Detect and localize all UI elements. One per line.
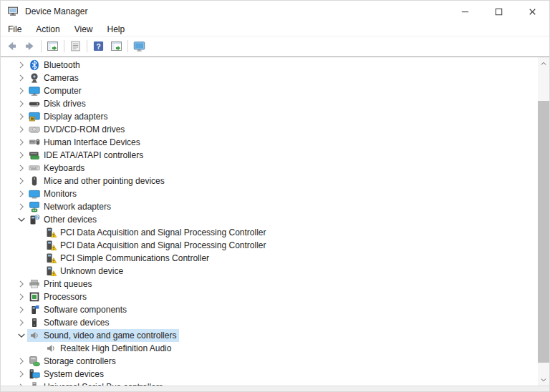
maximize-button[interactable] — [482, 1, 516, 22]
tree-item-software-devices[interactable]: Software devices — [1, 316, 538, 329]
tree-item-content[interactable]: Processors — [27, 290, 90, 303]
tree-item-content[interactable]: Software devices — [27, 316, 112, 329]
tree-item-content[interactable]: Mice and other pointing devices — [27, 175, 168, 187]
chevron-right-icon[interactable] — [16, 317, 27, 328]
chevron-right-icon[interactable] — [16, 188, 27, 200]
tree-item-content[interactable]: Disk drives — [27, 97, 89, 110]
menu-help[interactable]: Help — [106, 24, 127, 35]
menu-action[interactable]: Action — [34, 24, 61, 35]
chevron-right-icon[interactable] — [16, 59, 27, 71]
tree-item-system-devices[interactable]: System devices — [1, 368, 538, 381]
tree-item-print-queues[interactable]: Print queues — [1, 278, 538, 290]
tree-item-universal-serial-bus-controllers[interactable]: Universal Serial Bus controllers — [1, 381, 538, 386]
tree-item-storage-controllers[interactable]: Storage controllers — [1, 355, 538, 368]
action-pane-button[interactable] — [107, 38, 125, 54]
chevron-up-icon — [539, 59, 548, 68]
tree-item-pci-simple-communications-controller[interactable]: PCI Simple Communications Controller — [1, 252, 538, 265]
tree-item-display-adapters[interactable]: Display adapters — [1, 110, 538, 123]
chevron-right-icon[interactable] — [16, 368, 27, 380]
tree-item-ide-ata-atapi-controllers[interactable]: IDE ATA/ATAPI controllers — [1, 149, 538, 162]
chevron-right-icon[interactable] — [16, 137, 27, 148]
tree-item-content[interactable]: Software components — [27, 303, 130, 316]
tree-item-content[interactable]: System devices — [27, 368, 107, 381]
tree-item-sound-video-and-game-controllers[interactable]: Sound, video and game controllers — [1, 329, 538, 342]
tree-item-label: PCI Data Acquisition and Signal Processi… — [60, 240, 266, 250]
tree-item-content[interactable]: Computer — [27, 84, 85, 97]
tree-item-content[interactable]: Network adapters — [27, 200, 114, 213]
chevron-right-icon[interactable] — [16, 201, 27, 212]
tree-item-cameras[interactable]: Cameras — [1, 72, 538, 84]
tree-item-bluetooth[interactable]: Bluetooth — [1, 59, 538, 72]
tree-item-content[interactable]: Display adapters — [27, 110, 110, 123]
chevron-right-icon[interactable] — [16, 175, 27, 187]
tree-item-content[interactable]: Unknown device — [44, 265, 126, 278]
tree-item-content[interactable]: Keyboards — [27, 162, 87, 175]
tree-item-software-components[interactable]: Software components — [1, 303, 538, 316]
chevron-right-icon[interactable] — [16, 111, 27, 122]
chevron-right-icon[interactable] — [16, 124, 27, 135]
tree-item-network-adapters[interactable]: Network adapters — [1, 200, 538, 213]
tree-item-content[interactable]: PCI Data Acquisition and Signal Processi… — [44, 239, 269, 252]
tree-item-computer[interactable]: Computer — [1, 84, 538, 97]
chevron-right-icon[interactable] — [16, 162, 27, 174]
minimize-button[interactable] — [448, 1, 482, 22]
tree-item-content[interactable]: Bluetooth — [27, 59, 83, 72]
tree-item-content[interactable]: Monitors — [27, 187, 79, 200]
tree-item-content[interactable]: Cameras — [27, 72, 82, 84]
properties-button[interactable] — [67, 38, 85, 54]
tree-item-label: Monitors — [44, 189, 77, 199]
menu-view[interactable]: View — [73, 24, 95, 35]
chevron-right-icon[interactable] — [16, 150, 27, 161]
chevron-down-icon[interactable] — [16, 214, 27, 225]
tree-item-pci-data-acquisition-and-signal-processing-controller[interactable]: PCI Data Acquisition and Signal Processi… — [1, 226, 538, 239]
tree-item-content-selected[interactable]: Sound, video and game controllers — [27, 329, 179, 342]
back-button[interactable] — [3, 38, 21, 54]
tree-item-label: Software components — [44, 305, 127, 315]
tree-item-content[interactable]: DVD/CD-ROM drives — [27, 123, 127, 136]
tree-item-human-interface-devices[interactable]: Human Interface Devices — [1, 136, 538, 149]
tree-item-dvd-cd-rom-drives[interactable]: DVD/CD-ROM drives — [1, 123, 538, 136]
tree-item-label: System devices — [44, 369, 104, 379]
vertical-scrollbar[interactable] — [538, 57, 549, 386]
chevron-down-icon[interactable] — [16, 330, 27, 341]
help-button[interactable]: ? — [90, 38, 107, 54]
close-button[interactable] — [516, 1, 549, 22]
tree-item-content[interactable]: ?Other devices — [27, 213, 100, 226]
scrollbar-track[interactable] — [538, 69, 549, 373]
chevron-right-icon[interactable] — [16, 278, 27, 290]
chevron-right-icon[interactable] — [16, 356, 27, 367]
tree-item-content[interactable]: Storage controllers — [27, 355, 119, 368]
tree-item-mice-and-other-pointing-devices[interactable]: Mice and other pointing devices — [1, 175, 538, 187]
tree-item-content[interactable]: Realtek High Definition Audio — [44, 342, 174, 355]
show-hide-console-tree-button[interactable] — [44, 38, 62, 54]
tree-item-content[interactable]: Human Interface Devices — [27, 136, 143, 149]
tree-item-processors[interactable]: Processors — [1, 290, 538, 303]
tree-item-content[interactable]: IDE ATA/ATAPI controllers — [27, 149, 146, 162]
scroll-down-button[interactable] — [538, 373, 549, 386]
tree-item-realtek-high-definition-audio[interactable]: Realtek High Definition Audio — [1, 342, 538, 355]
properties-icon — [69, 40, 82, 52]
scroll-up-button[interactable] — [538, 57, 549, 69]
tree-item-content[interactable]: Print queues — [27, 278, 95, 290]
tree-item-keyboards[interactable]: Keyboards — [1, 162, 538, 175]
tree-item-content[interactable]: PCI Simple Communications Controller — [44, 252, 212, 265]
chevron-right-icon[interactable] — [16, 304, 27, 315]
chevron-down-icon — [539, 376, 548, 384]
scrollbar-thumb[interactable] — [538, 101, 549, 363]
chevron-right-icon[interactable] — [16, 72, 27, 84]
tree-item-content[interactable]: Universal Serial Bus controllers — [27, 381, 166, 386]
chevron-right-icon[interactable] — [16, 291, 27, 303]
computer-screen-icon — [133, 40, 145, 52]
tree-item-unknown-device[interactable]: Unknown device — [1, 265, 538, 278]
scan-for-hardware-changes-button[interactable] — [130, 38, 148, 54]
chevron-right-icon[interactable] — [16, 98, 27, 109]
menu-file[interactable]: File — [6, 24, 23, 35]
chevron-right-icon[interactable] — [16, 85, 27, 97]
tree-item-content[interactable]: PCI Data Acquisition and Signal Processi… — [44, 226, 269, 239]
forward-button[interactable] — [21, 38, 39, 54]
console-window-icon — [110, 40, 122, 52]
tree-item-other-devices[interactable]: ?Other devices — [1, 213, 538, 226]
tree-item-disk-drives[interactable]: Disk drives — [1, 97, 538, 110]
tree-item-monitors[interactable]: Monitors — [1, 187, 538, 200]
tree-item-pci-data-acquisition-and-signal-processing-controller[interactable]: PCI Data Acquisition and Signal Processi… — [1, 239, 538, 252]
